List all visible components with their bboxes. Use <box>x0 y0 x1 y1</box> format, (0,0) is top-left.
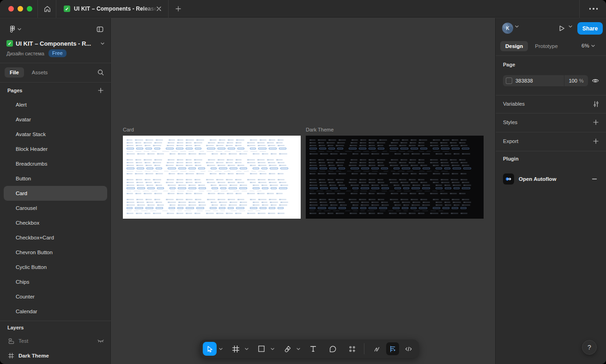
shape-tool-button[interactable] <box>255 342 268 356</box>
tab-close-button[interactable] <box>154 4 164 13</box>
frame-tool-dropdown[interactable] <box>243 342 250 356</box>
divider <box>496 95 606 95</box>
page-item-checkbox-card[interactable]: Checkbox+Card <box>4 230 107 245</box>
page-item-card[interactable]: Card <box>4 186 107 201</box>
chevron-down-icon[interactable] <box>569 25 572 28</box>
page-item-cyclic-button[interactable]: Cyclic Button <box>4 260 107 274</box>
pen-tool-button[interactable] <box>280 342 294 356</box>
color-swatch[interactable] <box>506 78 512 84</box>
share-button[interactable]: Share <box>577 22 603 35</box>
zoom-window-button[interactable] <box>27 6 32 12</box>
page-item-counter[interactable]: Counter <box>4 289 107 304</box>
page-item-block-header[interactable]: Block Header <box>4 142 107 156</box>
eye-off-icon[interactable] <box>97 337 104 345</box>
divider <box>496 151 606 151</box>
variables-section-label[interactable]: Variables <box>503 101 525 107</box>
page-item-chips[interactable]: Chips <box>4 274 107 289</box>
overflow-menu-button[interactable] <box>585 4 602 14</box>
canvas[interactable]: Card Dark Theme <box>111 18 495 364</box>
comment-tool-button[interactable] <box>326 342 339 356</box>
page-item-avatar[interactable]: Avatar <box>4 112 107 127</box>
frame-dark-theme[interactable] <box>306 136 484 219</box>
present-button[interactable] <box>556 22 568 34</box>
page-item-breadcrumbs[interactable]: Breadcrumbs <box>4 156 107 171</box>
page-item-alert[interactable]: Alert <box>4 97 107 112</box>
page-color-control[interactable]: 383838 100 % <box>503 75 588 86</box>
home-button[interactable] <box>41 2 54 15</box>
tab-design[interactable]: Design <box>500 41 528 51</box>
add-page-button[interactable] <box>95 85 106 96</box>
toggle-sidebar-button[interactable] <box>94 24 105 35</box>
divider <box>0 321 111 321</box>
move-tool-dropdown[interactable] <box>218 342 224 356</box>
tab-file[interactable]: File <box>5 67 24 78</box>
text-tool-button[interactable] <box>306 342 320 356</box>
plus-icon <box>97 87 104 94</box>
annotate-mode-button[interactable] <box>386 342 399 355</box>
page-item-chevron-button[interactable]: Chevron Button <box>4 245 107 260</box>
dev-mode-button[interactable] <box>402 342 415 355</box>
page-opacity-control[interactable]: 100 % <box>564 75 588 86</box>
avatar[interactable]: K <box>502 23 513 34</box>
page-item-calendar[interactable]: Calendar <box>4 304 107 319</box>
divider <box>0 82 111 83</box>
new-tab-button[interactable] <box>173 3 184 14</box>
checkmark-badge-icon: ✓ <box>64 6 70 12</box>
shape-tool-dropdown[interactable] <box>269 342 276 356</box>
page-visibility-button[interactable] <box>592 77 599 84</box>
plugin-label: Open Autoflow <box>519 176 585 182</box>
file-tab[interactable]: ✓ UI KIT – Components - Release - <box>64 0 157 18</box>
frame-card[interactable] <box>123 136 301 219</box>
remove-plugin-button[interactable] <box>590 174 599 184</box>
titlebar-divider <box>168 0 169 18</box>
frame-label-dark-theme[interactable]: Dark Theme <box>306 127 333 132</box>
close-window-button[interactable] <box>8 6 14 12</box>
page-item-carousel[interactable]: Carousel <box>4 201 107 215</box>
tab-assets[interactable]: Assets <box>27 67 53 78</box>
pen-tool-dropdown[interactable] <box>295 342 302 356</box>
bottom-toolbar <box>200 340 419 358</box>
add-style-button[interactable] <box>592 118 600 126</box>
right-inspector: K Share Design Prototype 6% Page 38383 <box>495 18 606 364</box>
checkmark-badge-icon: ✓ <box>6 40 13 47</box>
variables-button[interactable] <box>592 100 600 108</box>
page-item-avatar-stack[interactable]: Avatar Stack <box>4 127 107 142</box>
frame-label-card[interactable]: Card <box>123 127 134 132</box>
autoflow-icon <box>503 173 514 185</box>
minimize-window-button[interactable] <box>18 6 23 12</box>
chevron-down-icon[interactable] <box>101 42 104 45</box>
page-color-hex[interactable]: 383838 <box>515 78 564 84</box>
move-tool-button[interactable] <box>203 342 217 356</box>
frame-tool-button[interactable] <box>229 342 242 356</box>
divider <box>0 63 111 63</box>
layer-label: Test <box>18 338 28 344</box>
minus-icon <box>591 176 598 182</box>
variables-icon <box>593 101 600 107</box>
divider <box>496 113 606 113</box>
file-title-row[interactable]: ✓ UI KIT – Components - R... <box>6 39 104 48</box>
help-button[interactable]: ? <box>582 340 597 355</box>
add-export-button[interactable] <box>592 137 600 145</box>
draw-mode-button[interactable] <box>370 342 383 355</box>
styles-section-label[interactable]: Styles <box>503 119 517 125</box>
titlebar-divider <box>37 0 38 18</box>
page-item-checkbox[interactable]: Checkbox <box>4 215 107 230</box>
actions-tool-button[interactable] <box>345 342 359 356</box>
divider <box>496 132 606 132</box>
file-name: UI KIT – Components - R... <box>16 40 91 47</box>
export-section-label[interactable]: Export <box>503 138 518 144</box>
figma-logo-icon <box>9 25 16 33</box>
toolbar-divider <box>364 343 364 354</box>
tab-title: UI KIT – Components - Release - <box>74 6 157 12</box>
plugin-row[interactable]: Open Autoflow <box>496 170 606 188</box>
file-subtitle: Дизайн система <box>6 51 44 56</box>
page-item-button[interactable]: Button <box>4 171 107 186</box>
main-menu-button[interactable] <box>6 24 24 35</box>
zoom-level-control[interactable]: 6% <box>582 43 595 48</box>
chevron-down-icon[interactable] <box>515 25 519 28</box>
layer-item-dark-theme[interactable]: Dark Theme <box>0 348 111 363</box>
search-button[interactable] <box>95 67 106 78</box>
tab-prototype[interactable]: Prototype <box>530 41 563 51</box>
layer-item-test[interactable]: Test <box>0 334 111 348</box>
plus-icon <box>593 138 599 144</box>
